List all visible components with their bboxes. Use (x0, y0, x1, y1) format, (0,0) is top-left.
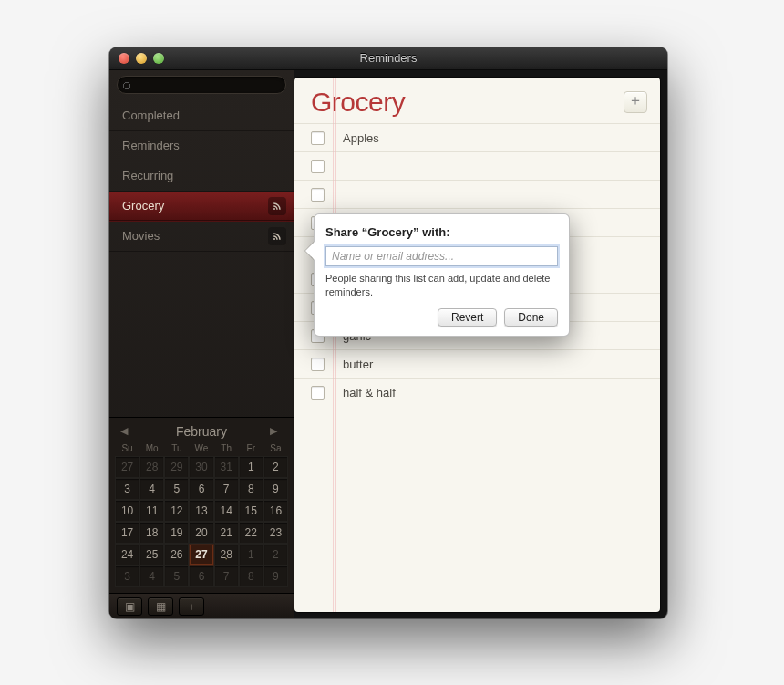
window-body: CompletedRemindersRecurringGrocery Movie… (109, 70, 667, 618)
calendar-day[interactable]: 28 (214, 544, 239, 566)
calendar-days-grid: 2728293031123456789101112131415161718192… (115, 456, 288, 587)
calendar-day[interactable]: 4 (139, 566, 164, 587)
calendar-day[interactable]: 6 (189, 566, 213, 587)
reminder-row[interactable]: butter (294, 349, 660, 378)
calendar-day[interactable]: 3 (115, 566, 139, 587)
calendar-day[interactable]: 6 (189, 478, 213, 500)
reminder-checkbox[interactable] (311, 160, 325, 173)
sidebar-item-label: Completed (122, 109, 180, 122)
calendar-month-label: February (176, 424, 227, 439)
reminder-label: half & half (343, 386, 396, 400)
sidebar-item-reminders[interactable]: Reminders (109, 131, 294, 161)
calendar-day[interactable]: 2 (263, 456, 288, 478)
calendar-day[interactable]: 31 (214, 456, 239, 478)
calendar-day[interactable]: 7 (214, 566, 239, 587)
calendar-day[interactable]: 17 (115, 522, 139, 544)
share-icon[interactable] (268, 227, 286, 245)
calendar-dow-row: SuMoTuWeThFrSa (115, 441, 288, 456)
reminder-checkbox[interactable] (311, 358, 325, 371)
calendar-day[interactable]: 28 (139, 456, 164, 478)
calendar-day[interactable]: 3 (115, 478, 139, 500)
share-icon[interactable] (268, 197, 286, 215)
done-button[interactable]: Done (504, 308, 558, 327)
sidebar-item-movies[interactable]: Movies (109, 222, 294, 252)
calendar-day[interactable]: 30 (189, 456, 213, 478)
calendar-day[interactable]: 1 (239, 456, 263, 478)
sidebar-item-grocery[interactable]: Grocery (109, 192, 294, 222)
zoom-window-button[interactable] (153, 53, 164, 64)
calendar-day[interactable]: 2 (263, 544, 288, 566)
calendar-day[interactable]: 29 (164, 456, 189, 478)
calendar-day[interactable]: 22 (239, 522, 263, 544)
calendar-day[interactable]: 9 (263, 566, 288, 587)
reminder-row[interactable]: half & half (294, 378, 660, 406)
view-mode-button-b[interactable]: ▦ (148, 597, 173, 616)
content-pane: Grocery ＋ Applesfennelgarlicbutterhalf &… (294, 78, 660, 612)
sidebar: CompletedRemindersRecurringGrocery Movie… (109, 70, 294, 618)
app-window: Reminders CompletedRemindersRecurringGro… (109, 47, 667, 618)
calendar-day[interactable]: 24 (115, 544, 139, 566)
content-header: Grocery ＋ (294, 78, 660, 123)
sidebar-bottom-toolbar: ▣ ▦ ＋ (109, 593, 294, 618)
sidebar-item-label: Reminders (122, 139, 180, 152)
calendar-day[interactable]: 7 (214, 478, 239, 500)
list-title: Grocery (311, 87, 405, 118)
calendar-dow: We (189, 441, 213, 456)
calendar-day[interactable]: 26 (164, 544, 189, 566)
calendar-header: ◀ February ▶ (115, 423, 288, 440)
calendar-day[interactable]: 4 (139, 478, 164, 500)
reminder-row[interactable] (294, 151, 660, 180)
calendar-day[interactable]: 19 (164, 522, 189, 544)
calendar-day[interactable]: 14 (214, 500, 239, 522)
share-recipient-input[interactable] (325, 246, 558, 266)
minimize-window-button[interactable] (136, 53, 147, 64)
calendar-day[interactable]: 11 (139, 500, 164, 522)
share-popover-title: Share “Grocery” with: (325, 225, 558, 239)
calendar-day[interactable]: 18 (139, 522, 164, 544)
sidebar-item-label: Recurring (122, 169, 173, 182)
window-title: Reminders (360, 51, 418, 65)
revert-button[interactable]: Revert (438, 308, 497, 327)
search-wrap (109, 70, 294, 98)
calendar-day[interactable]: 27 (115, 456, 139, 478)
calendar-dow: Mo (139, 441, 164, 456)
calendar-prev-month[interactable]: ◀ (120, 425, 133, 438)
reminder-checkbox[interactable] (311, 131, 325, 145)
sidebar-item-completed[interactable]: Completed (109, 101, 294, 131)
view-mode-button-a[interactable]: ▣ (117, 597, 142, 616)
mini-calendar: ◀ February ▶ SuMoTuWeThFrSa 272829303112… (109, 417, 294, 593)
calendar-dow: Sa (263, 441, 288, 456)
calendar-day[interactable]: 5 (164, 566, 189, 587)
calendar-day[interactable]: 27 (189, 544, 213, 566)
reminder-checkbox[interactable] (311, 188, 325, 202)
share-popover-buttons: Revert Done (325, 308, 558, 327)
reminder-items: Applesfennelgarlicbutterhalf & half (294, 123, 660, 612)
sidebar-item-label: Movies (122, 229, 160, 243)
share-popover-help: People sharing this list can add, update… (325, 272, 558, 299)
search-input[interactable] (117, 76, 286, 94)
sidebar-item-recurring[interactable]: Recurring (109, 161, 294, 192)
calendar-dow: Th (214, 441, 239, 456)
new-list-button[interactable]: ＋ (179, 597, 204, 616)
add-reminder-button[interactable]: ＋ (624, 91, 647, 113)
calendar-day[interactable]: 16 (263, 500, 288, 522)
reminder-row[interactable]: Apples (294, 123, 660, 151)
reminder-checkbox[interactable] (311, 386, 325, 400)
calendar-day[interactable]: 8 (239, 478, 263, 500)
calendar-next-month[interactable]: ▶ (270, 425, 283, 438)
calendar-day[interactable]: 23 (263, 522, 288, 544)
reminder-row[interactable] (294, 180, 660, 208)
calendar-day[interactable]: 20 (189, 522, 213, 544)
calendar-day[interactable]: 13 (189, 500, 213, 522)
reminder-label: Apples (343, 131, 379, 145)
calendar-day[interactable]: 8 (239, 566, 263, 587)
calendar-day[interactable]: 5 (164, 478, 189, 500)
calendar-day[interactable]: 9 (263, 478, 288, 500)
close-window-button[interactable] (119, 53, 129, 64)
calendar-day[interactable]: 25 (139, 544, 164, 566)
calendar-day[interactable]: 21 (214, 522, 239, 544)
calendar-day[interactable]: 1 (239, 544, 263, 566)
calendar-day[interactable]: 10 (115, 500, 139, 522)
calendar-day[interactable]: 15 (239, 500, 263, 522)
calendar-day[interactable]: 12 (164, 500, 189, 522)
